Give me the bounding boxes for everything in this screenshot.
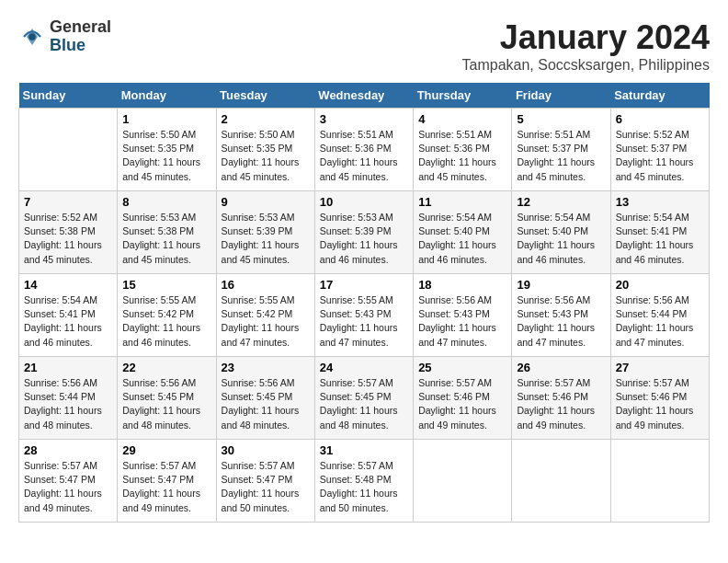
calendar-cell: 2Sunrise: 5:50 AM Sunset: 5:35 PM Daylig…	[216, 109, 314, 191]
day-info: Sunrise: 5:53 AM Sunset: 5:39 PM Dayligh…	[222, 211, 310, 267]
day-number: 26	[517, 361, 605, 374]
day-info: Sunrise: 5:56 AM Sunset: 5:44 PM Dayligh…	[24, 376, 112, 432]
day-number: 5	[517, 112, 605, 126]
day-info: Sunrise: 5:51 AM Sunset: 5:36 PM Dayligh…	[418, 128, 506, 184]
header-day: Sunday	[19, 83, 118, 109]
logo-text: General Blue	[50, 18, 111, 55]
header-day: Saturday	[610, 83, 709, 109]
day-info: Sunrise: 5:54 AM Sunset: 5:41 PM Dayligh…	[24, 293, 112, 350]
day-number: 14	[24, 278, 112, 292]
calendar-cell	[414, 440, 512, 523]
week-row: 7Sunrise: 5:52 AM Sunset: 5:38 PM Daylig…	[19, 191, 710, 274]
day-number: 3	[320, 112, 408, 126]
day-info: Sunrise: 5:57 AM Sunset: 5:48 PM Dayligh…	[320, 459, 408, 515]
day-info: Sunrise: 5:57 AM Sunset: 5:46 PM Dayligh…	[616, 376, 704, 432]
day-info: Sunrise: 5:56 AM Sunset: 5:43 PM Dayligh…	[517, 293, 605, 350]
calendar-cell: 12Sunrise: 5:54 AM Sunset: 5:40 PM Dayli…	[512, 191, 610, 274]
calendar-cell: 31Sunrise: 5:57 AM Sunset: 5:48 PM Dayli…	[314, 440, 413, 523]
day-number: 13	[616, 195, 704, 209]
day-info: Sunrise: 5:57 AM Sunset: 5:46 PM Dayligh…	[517, 376, 605, 432]
calendar-cell: 24Sunrise: 5:57 AM Sunset: 5:45 PM Dayli…	[314, 357, 413, 440]
day-info: Sunrise: 5:50 AM Sunset: 5:35 PM Dayligh…	[122, 128, 210, 184]
day-info: Sunrise: 5:57 AM Sunset: 5:46 PM Dayligh…	[418, 376, 506, 432]
day-number: 20	[616, 278, 704, 292]
week-row: 1Sunrise: 5:50 AM Sunset: 5:35 PM Daylig…	[19, 109, 710, 191]
calendar-cell: 14Sunrise: 5:54 AM Sunset: 5:41 PM Dayli…	[19, 274, 118, 357]
day-number: 4	[418, 112, 506, 126]
day-info: Sunrise: 5:54 AM Sunset: 5:40 PM Dayligh…	[418, 211, 506, 267]
week-row: 28Sunrise: 5:57 AM Sunset: 5:47 PM Dayli…	[19, 440, 710, 523]
title-area: January 2024 Tampakan, Soccsksargen, Phi…	[462, 18, 710, 74]
calendar-cell: 20Sunrise: 5:56 AM Sunset: 5:44 PM Dayli…	[610, 274, 709, 357]
calendar-cell: 27Sunrise: 5:57 AM Sunset: 5:46 PM Dayli…	[610, 357, 709, 440]
calendar-cell: 7Sunrise: 5:52 AM Sunset: 5:38 PM Daylig…	[19, 191, 118, 274]
day-number: 1	[122, 112, 210, 126]
day-number: 7	[24, 195, 112, 209]
calendar-cell: 26Sunrise: 5:57 AM Sunset: 5:46 PM Dayli…	[512, 357, 610, 440]
calendar-cell: 17Sunrise: 5:55 AM Sunset: 5:43 PM Dayli…	[314, 274, 413, 357]
location: Tampakan, Soccsksargen, Philippines	[462, 57, 710, 74]
day-info: Sunrise: 5:57 AM Sunset: 5:47 PM Dayligh…	[24, 459, 112, 515]
header-day: Friday	[512, 83, 610, 109]
day-info: Sunrise: 5:54 AM Sunset: 5:41 PM Dayligh…	[616, 211, 704, 267]
calendar-cell	[19, 109, 118, 191]
header-day: Tuesday	[216, 83, 314, 109]
day-info: Sunrise: 5:52 AM Sunset: 5:37 PM Dayligh…	[616, 128, 704, 184]
header-day: Thursday	[414, 83, 512, 109]
week-row: 21Sunrise: 5:56 AM Sunset: 5:44 PM Dayli…	[19, 357, 710, 440]
calendar-cell: 11Sunrise: 5:54 AM Sunset: 5:40 PM Dayli…	[414, 191, 512, 274]
day-info: Sunrise: 5:54 AM Sunset: 5:40 PM Dayligh…	[517, 211, 605, 267]
calendar-cell	[512, 440, 610, 523]
calendar-cell: 5Sunrise: 5:51 AM Sunset: 5:37 PM Daylig…	[512, 109, 610, 191]
calendar-cell: 21Sunrise: 5:56 AM Sunset: 5:44 PM Dayli…	[19, 357, 118, 440]
day-info: Sunrise: 5:57 AM Sunset: 5:47 PM Dayligh…	[122, 459, 210, 515]
day-info: Sunrise: 5:51 AM Sunset: 5:36 PM Dayligh…	[320, 128, 408, 184]
calendar-cell: 13Sunrise: 5:54 AM Sunset: 5:41 PM Dayli…	[610, 191, 709, 274]
day-number: 23	[222, 361, 310, 374]
day-number: 31	[320, 443, 408, 457]
day-info: Sunrise: 5:57 AM Sunset: 5:47 PM Dayligh…	[222, 459, 310, 515]
calendar-cell: 3Sunrise: 5:51 AM Sunset: 5:36 PM Daylig…	[314, 109, 413, 191]
day-number: 30	[222, 443, 310, 457]
calendar-cell: 29Sunrise: 5:57 AM Sunset: 5:47 PM Dayli…	[118, 440, 216, 523]
day-info: Sunrise: 5:55 AM Sunset: 5:42 PM Dayligh…	[222, 293, 310, 350]
day-number: 9	[222, 195, 310, 209]
page-header: General Blue January 2024 Tampakan, Socc…	[18, 18, 710, 74]
calendar-cell: 15Sunrise: 5:55 AM Sunset: 5:42 PM Dayli…	[118, 274, 216, 357]
calendar-cell: 6Sunrise: 5:52 AM Sunset: 5:37 PM Daylig…	[610, 109, 709, 191]
calendar-cell: 8Sunrise: 5:53 AM Sunset: 5:38 PM Daylig…	[118, 191, 216, 274]
header-row: SundayMondayTuesdayWednesdayThursdayFrid…	[19, 83, 710, 109]
day-number: 22	[122, 361, 210, 374]
header-day: Monday	[118, 83, 216, 109]
day-number: 18	[418, 278, 506, 292]
logo: General Blue	[18, 18, 111, 55]
day-info: Sunrise: 5:56 AM Sunset: 5:45 PM Dayligh…	[222, 376, 310, 432]
day-number: 19	[517, 278, 605, 292]
calendar-cell: 30Sunrise: 5:57 AM Sunset: 5:47 PM Dayli…	[216, 440, 314, 523]
day-info: Sunrise: 5:53 AM Sunset: 5:39 PM Dayligh…	[320, 211, 408, 267]
day-info: Sunrise: 5:51 AM Sunset: 5:37 PM Dayligh…	[517, 128, 605, 184]
svg-point-0	[28, 33, 36, 40]
day-info: Sunrise: 5:53 AM Sunset: 5:38 PM Dayligh…	[122, 211, 210, 267]
day-number: 2	[222, 112, 310, 126]
day-info: Sunrise: 5:55 AM Sunset: 5:43 PM Dayligh…	[320, 293, 408, 350]
logo-icon	[18, 23, 46, 51]
calendar-cell: 1Sunrise: 5:50 AM Sunset: 5:35 PM Daylig…	[118, 109, 216, 191]
day-info: Sunrise: 5:50 AM Sunset: 5:35 PM Dayligh…	[222, 128, 310, 184]
day-number: 6	[616, 112, 704, 126]
calendar-cell: 18Sunrise: 5:56 AM Sunset: 5:43 PM Dayli…	[414, 274, 512, 357]
header-day: Wednesday	[314, 83, 413, 109]
day-number: 28	[24, 443, 112, 457]
day-number: 16	[222, 278, 310, 292]
calendar-cell: 19Sunrise: 5:56 AM Sunset: 5:43 PM Dayli…	[512, 274, 610, 357]
calendar-table: SundayMondayTuesdayWednesdayThursdayFrid…	[18, 83, 710, 523]
day-number: 27	[616, 361, 704, 374]
day-info: Sunrise: 5:52 AM Sunset: 5:38 PM Dayligh…	[24, 211, 112, 267]
month-title: January 2024	[462, 18, 710, 57]
calendar-cell: 4Sunrise: 5:51 AM Sunset: 5:36 PM Daylig…	[414, 109, 512, 191]
calendar-cell: 22Sunrise: 5:56 AM Sunset: 5:45 PM Dayli…	[118, 357, 216, 440]
day-info: Sunrise: 5:56 AM Sunset: 5:43 PM Dayligh…	[418, 293, 506, 350]
day-number: 29	[122, 443, 210, 457]
calendar-cell: 28Sunrise: 5:57 AM Sunset: 5:47 PM Dayli…	[19, 440, 118, 523]
logo-general: General	[50, 18, 111, 37]
